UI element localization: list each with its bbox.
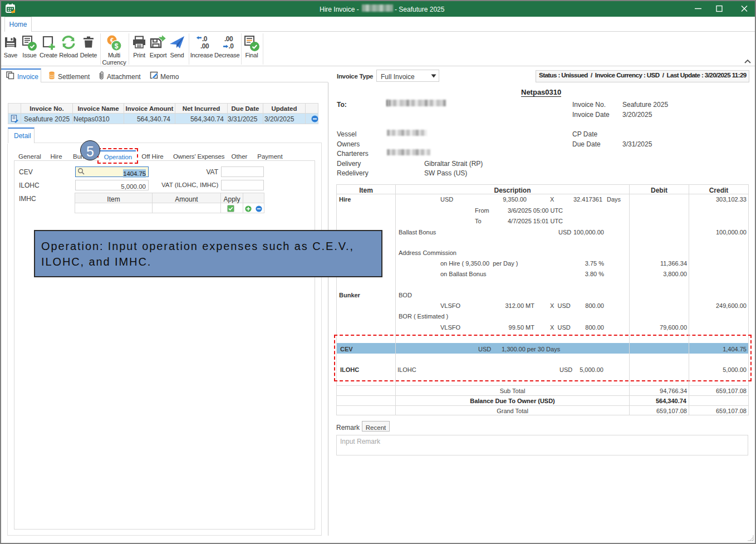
svg-text:.0: .0 (229, 42, 234, 50)
svg-text:.0: .0 (202, 35, 208, 43)
svg-text:.00: .00 (224, 35, 233, 43)
svg-text:$: $ (115, 42, 119, 50)
svg-text:.00: .00 (200, 42, 209, 50)
